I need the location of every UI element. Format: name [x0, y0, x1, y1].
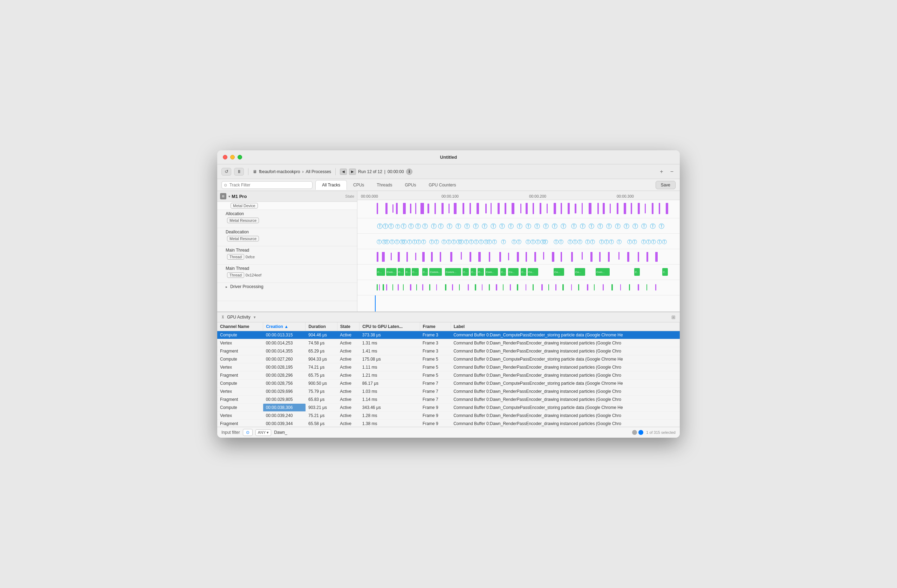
run-prev-button[interactable]: ◀	[340, 168, 347, 175]
add-button[interactable]: +	[658, 168, 665, 176]
svg-rect-173	[379, 284, 380, 291]
table-row[interactable]: Vertex00:00.039,24075.21 μsActive1.28 ms…	[217, 412, 680, 420]
svg-rect-7	[421, 203, 424, 214]
filter-any-dropdown[interactable]: ANY ▾	[256, 429, 272, 436]
svg-rect-4	[403, 203, 406, 214]
svg-rect-34	[610, 204, 611, 213]
table-row[interactable]: Compute00:00.013,315904.46 μsActive373.3…	[217, 331, 680, 339]
gpu-expand-icon[interactable]: ⊼	[222, 315, 224, 320]
cell-cpu_gpu_lat: 175.08 μs	[360, 355, 420, 363]
filter-pill: ⊙	[243, 429, 253, 436]
run-next-button[interactable]: ▶	[349, 168, 356, 175]
cell-label: Command Buffer 0:Dawn_RenderPassEncoder_…	[451, 363, 680, 371]
table-row[interactable]: Fragment00:00.014,35565.29 μsActive1.41 …	[217, 347, 680, 355]
tab-filter-bar: ⊙ All Tracks CPUs Threads GPUs GPU Count…	[217, 179, 680, 191]
cell-channel: Fragment	[217, 396, 263, 404]
filter-text-input[interactable]	[274, 430, 629, 435]
sort-icon: ▼	[253, 315, 257, 319]
table-row[interactable]: Compute00:00.028,756900.50 μsActive86.17…	[217, 380, 680, 387]
tab-cpus[interactable]: CPUs	[347, 181, 370, 190]
cell-label: Command Buffer 0:Dawn_RenderPassEncoder_…	[451, 371, 680, 380]
cell-state: Active	[337, 404, 360, 412]
svg-text:Ⓣ: Ⓣ	[534, 223, 540, 230]
device-grid-icon: ⊞	[220, 193, 227, 199]
minus-button[interactable]: −	[668, 168, 675, 176]
svg-rect-118	[552, 252, 554, 262]
svg-text:C...: C...	[471, 271, 476, 274]
processes-label[interactable]: All Processes	[306, 169, 331, 174]
svg-rect-120	[571, 252, 573, 262]
svg-rect-108	[461, 252, 462, 260]
separator2	[335, 168, 336, 175]
table-row[interactable]: Vertex00:00.028,19574.21 μsActive1.11 ms…	[217, 363, 680, 371]
metal-device-tag: Metal Device	[231, 203, 258, 208]
tab-all-tracks[interactable]: All Tracks	[315, 180, 347, 190]
filter-any-chevron: ▾	[266, 430, 269, 435]
cell-duration: 74.21 μs	[306, 363, 337, 371]
table-row[interactable]: Fragment00:00.028,29665.75 μsActive1.21 …	[217, 371, 680, 380]
col-label[interactable]: Label	[451, 322, 680, 331]
save-button[interactable]: Save	[655, 181, 675, 189]
fullscreen-button[interactable]	[237, 155, 242, 159]
tab-threads[interactable]: Threads	[370, 181, 398, 190]
minimize-button[interactable]	[230, 155, 235, 159]
device-breadcrumb: 🖥 fbeaufort-macbookpro › All Processes	[253, 169, 331, 174]
svg-text:Ⓣ: Ⓣ	[624, 223, 629, 230]
resize-btn[interactable]: ⊞	[671, 314, 675, 320]
svg-text:Co...: Co...	[509, 271, 515, 274]
input-filter-bar: Input filter ⊙ ANY ▾ 1 of 315 selected	[217, 427, 680, 438]
back-button[interactable]: ↺	[222, 168, 231, 176]
table-row[interactable]: Vertex00:00.014,25374.58 μsActive1.31 ms…	[217, 339, 680, 347]
pause-button[interactable]: ⏸	[234, 168, 244, 176]
expand-icon[interactable]: ▾	[228, 194, 230, 198]
svg-rect-186	[459, 284, 460, 291]
filter-dot-active[interactable]	[638, 430, 643, 435]
cell-frame: Frame 9	[420, 412, 451, 420]
table-row[interactable]: Fragment00:00.039,34465.58 μsActive1.38 …	[217, 420, 680, 427]
svg-rect-127	[638, 252, 639, 262]
svg-rect-101	[398, 252, 400, 262]
cell-cpu_gpu_lat: 373.38 μs	[360, 331, 420, 339]
col-creation[interactable]: Creation ▲	[263, 322, 306, 331]
svg-text:ⓉⓉ: ⓉⓉ	[487, 239, 497, 245]
svg-rect-33	[603, 203, 605, 214]
cell-channel: Vertex	[217, 339, 263, 347]
svg-text:Ⓣ: Ⓣ	[543, 223, 549, 230]
col-duration[interactable]: Duration	[306, 322, 337, 331]
close-button[interactable]	[223, 155, 227, 159]
info-button[interactable]: ℹ	[406, 168, 412, 175]
col-channel[interactable]: Channel Name	[217, 322, 263, 331]
svg-rect-128	[646, 252, 648, 262]
table-row[interactable]: Compute00:00.038,306903.21 μsActive343.4…	[217, 404, 680, 412]
filter-dot-inactive[interactable]	[632, 430, 637, 435]
cell-label: Command Buffer 0:Dawn_ComputePassEncoder…	[451, 380, 680, 387]
thread-addr-1: 0xfce	[246, 255, 255, 259]
svg-text:Com...: Com...	[486, 271, 494, 274]
tab-gpus[interactable]: GPUs	[398, 181, 422, 190]
col-frame[interactable]: Frame	[420, 322, 451, 331]
col-state[interactable]: State	[337, 322, 360, 331]
driver-expand-icon[interactable]: ▸	[226, 285, 227, 289]
svg-rect-199	[556, 284, 556, 291]
cell-cpu_gpu_lat: 1.14 ms	[360, 396, 420, 404]
cell-cpu_gpu_lat: 86.17 μs	[360, 380, 420, 387]
svg-text:Ⓣ: Ⓣ	[431, 223, 436, 230]
allocation-row: Allocation Metal Resource	[217, 210, 357, 228]
cell-duration: 900.50 μs	[306, 380, 337, 387]
track-filter-input[interactable]	[222, 181, 312, 189]
table-row[interactable]: Compute00:00.027,260904.33 μsActive175.0…	[217, 355, 680, 363]
cell-duration: 904.33 μs	[306, 355, 337, 363]
svg-rect-0	[377, 203, 378, 214]
timeline-ruler: 00:00.000 00:00.100 00:00.200 00:00.300	[357, 191, 680, 200]
table-row[interactable]: Vertex00:00.029,69675.79 μsActive1.03 ms…	[217, 387, 680, 396]
track-filter-wrap: ⊙	[222, 181, 312, 189]
cell-state: Active	[337, 387, 360, 396]
col-cpu-gpu-lat[interactable]: CPU to GPU Laten...	[360, 322, 420, 331]
svg-rect-20	[511, 203, 514, 214]
table-row[interactable]: Fragment00:00.029,80565.83 μsActive1.14 …	[217, 396, 680, 404]
tab-gpu-counters[interactable]: GPU Counters	[422, 181, 462, 190]
svg-text:ⓉⓉⓉ: ⓉⓉⓉ	[568, 239, 582, 245]
track-svg-3: ⓉⓉ ⓉⓉⓉⓉ ⓉⓉⓉ ⓉⓉ ⓉⓉ ⓉⓉⓉⓉ ⓉⓉⓉⓉⓉⓉ ⓉⓉ Ⓣ ⓉⓉ ⓉⓉ…	[357, 234, 680, 249]
svg-rect-183	[436, 284, 437, 291]
svg-text:C...: C...	[501, 271, 505, 274]
